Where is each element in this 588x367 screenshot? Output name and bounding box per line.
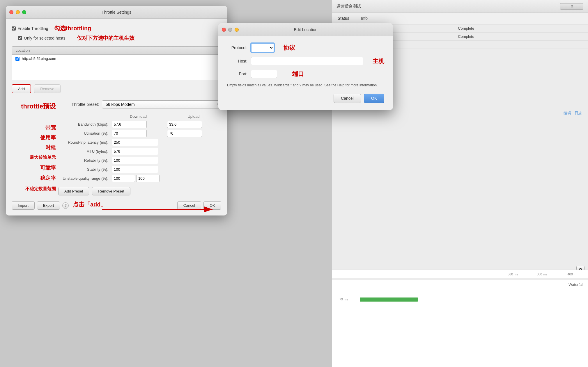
annot-unstable: 不稳定数量范围: [25, 186, 56, 192]
status-cell: [454, 65, 588, 73]
host-row: Host: 主机: [227, 57, 384, 65]
left-annotations: throttle预设 带宽 使用率 时延 最大传输单元 可靠率: [12, 100, 58, 195]
maximize-button[interactable]: [22, 10, 26, 14]
import-button[interactable]: Import: [12, 201, 35, 210]
edit-close-button[interactable]: [222, 28, 226, 32]
edit-info-text: Empty fields match all values. Wildcards…: [227, 83, 384, 88]
host-input[interactable]: [251, 57, 363, 65]
minimize-button[interactable]: [16, 10, 20, 14]
enable-throttling-row: Enable Throttling 勾选throttling: [12, 24, 221, 32]
empty-header: [58, 113, 111, 120]
port-row: Port: 端口: [227, 70, 384, 78]
annot-utilisation: 使用率: [40, 134, 56, 141]
only-hosts-checkbox[interactable]: [18, 36, 22, 40]
edit-link[interactable]: 编辑: [564, 111, 571, 116]
waterfall-bar-area: 79 ms: [336, 292, 583, 327]
roundtrip-cell: 250: [111, 138, 221, 147]
port-input[interactable]: [251, 70, 277, 78]
enable-throttling-checkbox[interactable]: [12, 26, 16, 31]
unstable-inputs: 100 100: [112, 175, 220, 182]
roundtrip-input[interactable]: 250: [112, 139, 158, 146]
upload-bandwidth-cell: 33.6: [166, 120, 221, 129]
waterfall-label: Waterfall: [568, 282, 583, 287]
edit-maximize-button[interactable]: [235, 28, 239, 32]
edit-ok-button[interactable]: OK: [364, 94, 384, 103]
edit-cancel-button[interactable]: Cancel: [334, 94, 361, 103]
cancel-button[interactable]: Cancel: [177, 201, 201, 210]
edit-location-window: Edit Location Protocol: 协议 Host: 主机: [218, 23, 393, 110]
preset-buttons-row: Add Preset Remove Preset: [58, 187, 221, 195]
throttle-params-section: throttle预设 带宽 使用率 时延 最大传输单元 可靠率: [12, 100, 221, 195]
location-box: Location http://h5.51ping.com: [12, 46, 221, 80]
close-button[interactable]: [9, 10, 13, 14]
enable-throttling-label[interactable]: Enable Throttling: [12, 26, 48, 31]
annot-latency: 时延: [45, 144, 56, 151]
edit-location-body: Protocol: 协议 Host: 主机 Port:: [218, 36, 393, 110]
edit-minimize-button[interactable]: [228, 28, 232, 32]
add-preset-button[interactable]: Add Preset: [58, 187, 89, 195]
unstable-range2-input[interactable]: 100: [136, 175, 160, 182]
right-panel-title: 运营后台测试: [336, 4, 361, 9]
upload-utilisation-input[interactable]: 70: [167, 130, 202, 137]
download-utilisation-cell: 70: [111, 129, 166, 138]
roundtrip-row: Round-trip latency (ms): 250: [58, 138, 221, 147]
download-bandwidth-input[interactable]: 57.6: [112, 121, 147, 128]
upload-header: Upload: [166, 113, 221, 120]
stability-cell: 100: [111, 165, 221, 174]
annot-protocol: 协议: [284, 44, 295, 52]
timeline-labels: 360 ms 380 ms 400 m: [332, 270, 588, 278]
throttle-window-title: Throttle Settings: [102, 10, 131, 15]
status-cell: [454, 41, 588, 49]
edit-bottom-btns: Cancel OK: [227, 94, 384, 103]
bottom-right: Cancel OK: [177, 201, 221, 210]
annot-stability-row: 稳定率: [12, 173, 58, 183]
protocol-row: Protocol: 协议: [227, 43, 384, 52]
remove-preset-button[interactable]: Remove Preset: [92, 187, 130, 195]
only-hosts-label[interactable]: Only for selected hosts: [18, 36, 65, 40]
location-text: http://h5.51ping.com: [22, 56, 56, 61]
unstable-cell: 100 100: [111, 174, 221, 183]
throttle-titlebar: Throttle Settings: [6, 6, 227, 19]
upload-bandwidth-input[interactable]: 33.6: [167, 121, 202, 128]
reliability-cell: 100: [111, 156, 221, 165]
host-label: Host:: [227, 59, 247, 63]
preset-select[interactable]: 56 kbps Modem: [102, 100, 221, 108]
tab-info[interactable]: Info: [355, 13, 373, 24]
unstable-range1-input[interactable]: 100: [112, 175, 135, 182]
bandwidth-label: Bandwidth (kbps):: [58, 120, 111, 129]
annot-mtu: 最大传输单元: [30, 155, 56, 160]
mtu-cell: 576: [111, 147, 221, 156]
annot-latency-row: 时延: [12, 142, 58, 152]
waterfall-bar: [360, 297, 418, 302]
protocol-select[interactable]: [251, 43, 274, 52]
log-link[interactable]: 日志: [575, 111, 582, 116]
main-form: Throttle preset: 56 kbps Modem Download …: [58, 100, 221, 195]
bottom-left: Import Export ?: [12, 201, 69, 210]
remove-button[interactable]: Remove: [34, 84, 60, 93]
unstable-row: Unstable quality range (%): 100 100: [58, 174, 221, 183]
export-button[interactable]: Export: [37, 201, 60, 210]
mtu-row: MTU (bytes): 576: [58, 147, 221, 156]
reliability-label: Reliability (%):: [58, 156, 111, 165]
location-checkbox[interactable]: [15, 57, 20, 61]
tab-status[interactable]: Status: [332, 13, 355, 24]
timeline-360: 360 ms: [508, 272, 518, 276]
ok-button[interactable]: OK: [203, 201, 221, 210]
download-bandwidth-cell: 57.6: [111, 120, 166, 129]
help-button[interactable]: ?: [62, 202, 69, 209]
stability-row: Stability (%): 100: [58, 165, 221, 174]
stability-input[interactable]: 100: [112, 166, 158, 173]
utilisation-label: Utilisation (%):: [58, 129, 111, 138]
add-button[interactable]: Add: [12, 84, 31, 93]
location-row[interactable]: http://h5.51ping.com: [12, 55, 221, 63]
window-controls: [9, 10, 26, 14]
download-utilisation-input[interactable]: 70: [112, 130, 147, 137]
reliability-input[interactable]: 100: [112, 157, 158, 164]
mtu-input[interactable]: 576: [112, 148, 158, 155]
right-panel-header: 运营后台测试 ⊞: [332, 0, 588, 13]
window-mode-toggle[interactable]: ⊞: [560, 3, 583, 10]
timeline-380: 380 ms: [537, 272, 547, 276]
roundtrip-label: Round-trip latency (ms):: [58, 138, 111, 147]
annot-reliability: 可靠率: [40, 164, 56, 171]
throttle-settings-window: Throttle Settings Enable Throttling 勾选th…: [6, 6, 227, 215]
